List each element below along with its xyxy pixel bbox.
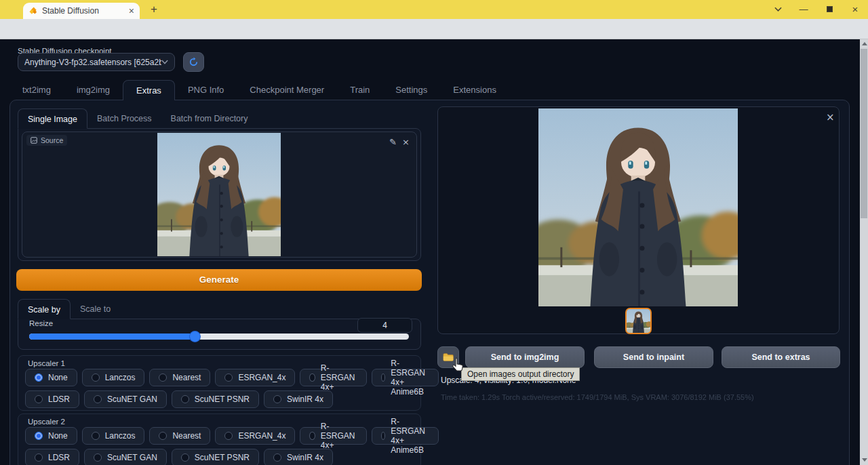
resize-label: Resize	[29, 319, 53, 327]
new-tab-button[interactable]: +	[146, 2, 161, 17]
resize-slider-handle[interactable]	[190, 331, 200, 342]
browser-tab-strip: Stable Diffusion × + — ×	[0, 0, 868, 19]
tab-batch-from-directory[interactable]: Batch from Directory	[161, 108, 258, 129]
radio-dot-icon	[224, 432, 233, 440]
radio-scunet-psnr[interactable]: ScuNET PSNR	[172, 390, 259, 408]
radio-none[interactable]: None	[25, 427, 77, 445]
generate-button[interactable]: Generate	[16, 269, 422, 291]
radio-r-esrgan-4x[interactable]: R-ESRGAN 4x+	[300, 427, 367, 445]
image-icon	[31, 137, 37, 144]
radio-dot-icon	[35, 432, 43, 440]
radio-esrgan-4x[interactable]: ESRGAN_4x	[215, 427, 295, 445]
radio-dot-icon	[35, 395, 43, 403]
source-image-label-chip: Source	[26, 135, 67, 146]
radio-dot-icon	[309, 373, 315, 382]
radio-lanczos[interactable]: Lanczos	[82, 427, 145, 445]
radio-r-esrgan-4x[interactable]: R-ESRGAN 4x+	[300, 369, 367, 386]
radio-dot-icon	[224, 373, 233, 382]
radio-dot-icon	[35, 453, 43, 462]
radio-scunet-psnr[interactable]: ScuNET PSNR	[172, 449, 259, 465]
radio-scunet-gan[interactable]: ScuNET GAN	[84, 390, 167, 408]
tab-close-icon[interactable]: ×	[129, 6, 134, 16]
screenshot-canvas: Stable Diffusion × + — × ← → ↻ ⓘ 127.0.0…	[0, 0, 868, 465]
window-close-button[interactable]: ×	[846, 3, 864, 16]
send-to-extras-button[interactable]: Send to extras	[722, 346, 840, 368]
radio-dot-icon	[181, 395, 189, 403]
favicon-gradio-icon	[28, 7, 37, 16]
radio-dot-icon	[273, 395, 281, 403]
scrollbar-thumb[interactable]	[861, 49, 867, 218]
radio-dot-icon	[309, 432, 315, 440]
radio-dot-icon	[94, 395, 102, 403]
checkpoint-value: Anything-V3-fp32.safetensors [625a2ba2]	[24, 58, 161, 67]
source-label: Source	[41, 136, 63, 144]
upscaler2-options-row2: LDSR ScuNET GAN ScuNET PSNR SwinIR 4x	[25, 449, 333, 465]
radio-dot-icon	[159, 373, 167, 382]
window-minimize-button[interactable]: —	[795, 3, 812, 16]
image-source-tab-bar: Single Image Batch Process Batch from Di…	[18, 108, 257, 129]
radio-ldsr[interactable]: LDSR	[25, 390, 79, 408]
result-image[interactable]	[538, 108, 738, 306]
radio-dot-icon	[159, 432, 167, 440]
radio-r-esrgan-anime6b[interactable]: R-ESRGAN 4x+ Anime6B	[372, 427, 439, 445]
folder-button-tooltip: Open images output directory	[461, 367, 580, 381]
clear-image-icon[interactable]: ×	[402, 137, 410, 147]
scrollbar-up-arrow[interactable]	[862, 42, 867, 45]
upscaler1-options-row1: None Lanczos Nearest ESRGAN_4x R-ESRGAN …	[25, 369, 439, 386]
radio-dot-icon	[273, 453, 281, 462]
checkpoint-dropdown[interactable]: Anything-V3-fp32.safetensors [625a2ba2]	[18, 53, 175, 71]
resize-slider-fill	[29, 333, 195, 340]
source-image[interactable]	[157, 133, 281, 256]
window-restore-button[interactable]	[821, 3, 838, 16]
tab-checkpoint-merger[interactable]: Checkpoint Merger	[237, 80, 337, 100]
upscaler1-options-row2: LDSR ScuNET GAN ScuNET PSNR SwinIR 4x	[25, 390, 333, 408]
mouse-hand-cursor	[451, 357, 464, 375]
edit-image-icon[interactable]: ✎	[389, 137, 397, 147]
refresh-checkpoints-button[interactable]	[183, 52, 204, 72]
footer-stats-text: Time taken: 1.29s Torch active/reserved:…	[441, 393, 754, 401]
resize-value-input[interactable]: 4	[357, 318, 412, 333]
radio-scunet-gan[interactable]: ScuNET GAN	[84, 449, 167, 465]
radio-swinir-4x[interactable]: SwinIR 4x	[264, 449, 333, 465]
radio-esrgan-4x[interactable]: ESRGAN_4x	[215, 369, 295, 386]
radio-swinir-4x[interactable]: SwinIR 4x	[264, 390, 333, 408]
tab-scale-by[interactable]: Scale by	[18, 299, 71, 319]
upscaler2-panel: Upscaler 2 None Lanczos Nearest ESRGAN_4…	[18, 413, 421, 465]
tab-search-chevron-icon[interactable]	[769, 3, 787, 16]
radio-dot-icon	[94, 453, 102, 462]
tab-settings[interactable]: Settings	[382, 80, 440, 100]
browser-toolbar: ← → ↻ ⓘ 127.0.0.1:7860 ★ G ⋮	[0, 19, 868, 39]
radio-r-esrgan-anime6b[interactable]: R-ESRGAN 4x+ Anime6B	[372, 369, 439, 386]
tab-single-image[interactable]: Single Image	[18, 108, 87, 129]
tab-extras[interactable]: Extras	[123, 80, 175, 100]
radio-dot-icon	[92, 432, 100, 440]
tab-png-info[interactable]: PNG Info	[175, 80, 237, 100]
tab-train[interactable]: Train	[337, 80, 382, 100]
radio-nearest[interactable]: Nearest	[149, 369, 210, 386]
tab-extensions[interactable]: Extensions	[440, 80, 509, 100]
browser-tab[interactable]: Stable Diffusion ×	[23, 3, 140, 19]
tab-txt2img[interactable]: txt2img	[9, 80, 64, 100]
radio-dot-icon	[92, 373, 100, 382]
result-thumbnail-selected[interactable]	[625, 308, 652, 334]
upscaler1-panel: Upscaler 1 None Lanczos Nearest ESRGAN_4…	[18, 355, 421, 411]
scrollbar-down-arrow[interactable]	[862, 458, 867, 462]
send-to-inpaint-button[interactable]: Send to inpaint	[594, 346, 713, 368]
chevron-down-icon	[161, 60, 168, 64]
refresh-icon	[189, 57, 199, 67]
tab-title: Stable Diffusion	[42, 6, 124, 16]
main-tab-bar: txt2img img2img Extras PNG Info Checkpoi…	[9, 80, 509, 100]
radio-none[interactable]: None	[25, 369, 77, 386]
close-result-icon[interactable]: ×	[826, 111, 835, 123]
tab-scale-to[interactable]: Scale to	[71, 299, 120, 319]
radio-ldsr[interactable]: LDSR	[25, 449, 79, 465]
radio-dot-icon	[381, 432, 385, 440]
upscaler2-label: Upscaler 2	[28, 418, 65, 426]
radio-dot-icon	[35, 373, 43, 382]
radio-lanczos[interactable]: Lanczos	[82, 369, 145, 386]
radio-nearest[interactable]: Nearest	[149, 427, 210, 445]
send-to-img2img-button[interactable]: Send to img2img	[465, 346, 585, 368]
tab-img2img[interactable]: img2img	[64, 80, 123, 100]
tab-batch-process[interactable]: Batch Process	[87, 108, 161, 129]
upscaler2-options-row1: None Lanczos Nearest ESRGAN_4x R-ESRGAN …	[25, 427, 439, 445]
